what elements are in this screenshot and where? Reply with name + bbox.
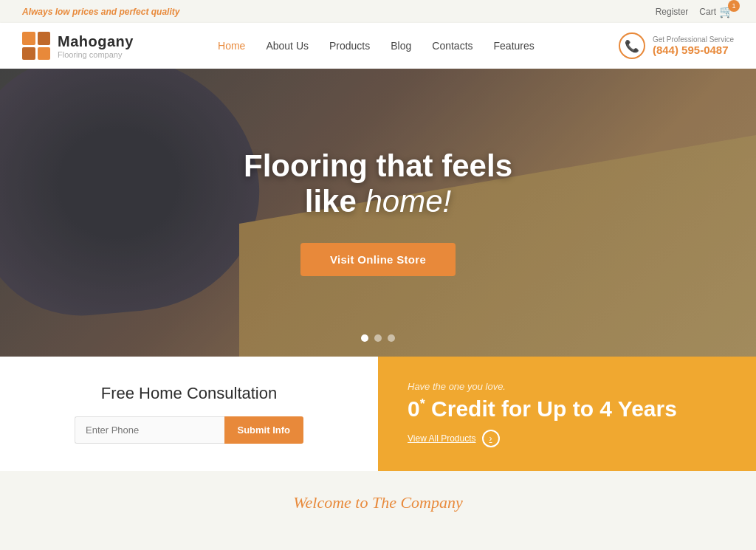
- dot-2[interactable]: [374, 334, 382, 342]
- arrow-circle-icon: ›: [482, 430, 500, 447]
- hero-title-line2: like home!: [244, 183, 512, 220]
- dot-1[interactable]: [361, 334, 368, 342]
- logo-text: Mahogany Flooring company: [58, 33, 134, 59]
- credit-tagline: Have the one you love.: [408, 381, 726, 392]
- credit-panel: Have the one you love. 0* Credit for Up …: [378, 357, 756, 471]
- cart-link[interactable]: Cart 🛒 1: [699, 4, 734, 18]
- header: Mahogany Flooring company Home About Us …: [0, 23, 756, 69]
- logo[interactable]: Mahogany Flooring company: [22, 32, 134, 60]
- consultation-panel: Free Home Consultation Submit Info: [0, 357, 378, 471]
- welcome-text: Welcome to The Company: [15, 493, 741, 512]
- tagline: Always low prices and perfect quality: [22, 7, 179, 17]
- submit-button[interactable]: Submit Info: [224, 416, 304, 444]
- nav-features[interactable]: Features: [494, 40, 535, 52]
- welcome-section: Welcome to The Company: [0, 471, 756, 520]
- logo-title: Mahogany: [58, 33, 134, 50]
- hero-title-line1: Flooring that feels: [244, 149, 512, 183]
- hero-dots: [361, 334, 395, 342]
- hero-section: Flooring that feels like home! Visit Onl…: [0, 69, 756, 357]
- nav-home[interactable]: Home: [218, 40, 245, 52]
- dot-3[interactable]: [388, 334, 395, 342]
- register-link[interactable]: Register: [656, 7, 689, 17]
- credit-title: 0* Credit for Up to 4 Years: [408, 396, 726, 421]
- phone-info: Get Professional Service (844) 595-0487: [653, 35, 734, 56]
- consultation-form: Submit Info: [75, 416, 303, 444]
- top-bar-right: Register Cart 🛒 1: [656, 4, 734, 18]
- phone-label: Get Professional Service: [653, 35, 734, 44]
- tagline-highlight: Always: [22, 7, 52, 17]
- phone-icon: 📞: [619, 32, 645, 59]
- main-nav: Home About Us Products Blog Contacts Fea…: [218, 40, 535, 52]
- hero-overlay: Flooring that feels like home! Visit Onl…: [0, 69, 756, 357]
- below-hero: Free Home Consultation Submit Info Have …: [0, 357, 756, 471]
- consultation-title: Free Home Consultation: [101, 384, 277, 403]
- top-bar: Always low prices and perfect quality Re…: [0, 0, 756, 23]
- view-products-link[interactable]: View All Products ›: [408, 430, 726, 447]
- logo-subtitle: Flooring company: [58, 50, 134, 59]
- visit-store-button[interactable]: Visit Online Store: [300, 243, 456, 276]
- nav-about[interactable]: About Us: [266, 40, 309, 52]
- phone-section: 📞 Get Professional Service (844) 595-048…: [619, 32, 734, 59]
- nav-blog[interactable]: Blog: [391, 40, 411, 52]
- cart-badge: 1: [728, 0, 740, 12]
- nav-contacts[interactable]: Contacts: [432, 40, 472, 52]
- logo-icon: [22, 32, 50, 60]
- phone-input[interactable]: [75, 416, 224, 444]
- hero-content: Flooring that feels like home! Visit Onl…: [244, 149, 512, 276]
- nav-products[interactable]: Products: [329, 40, 370, 52]
- phone-number: (844) 595-0487: [653, 44, 734, 56]
